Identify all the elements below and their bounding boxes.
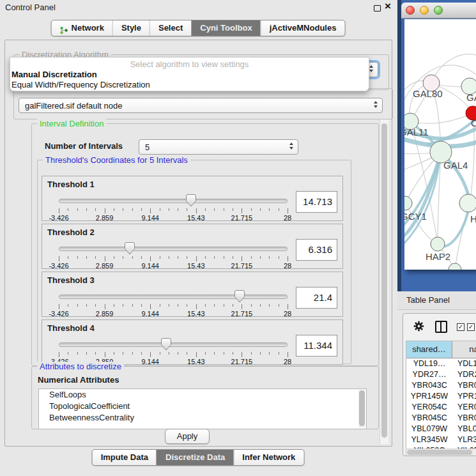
- network-node[interactable]: [459, 194, 476, 212]
- tick-mark: [86, 208, 87, 211]
- panel-vertical-scrollbar[interactable]: [380, 119, 388, 444]
- slider-thumb[interactable]: [161, 338, 171, 351]
- checkbox-icon[interactable]: ✓: [457, 323, 464, 331]
- network-node[interactable]: [449, 263, 461, 270]
- table-horizontal-scrollbar[interactable]: [406, 449, 476, 456]
- tick-label: -3.426: [49, 262, 68, 270]
- threshold-slider[interactable]: -3.4262.8599.14415.4321.71528: [59, 194, 288, 221]
- float-window-icon[interactable]: [374, 5, 381, 12]
- tick-mark: [169, 352, 169, 355]
- tick-mark: [105, 304, 105, 309]
- bottom-tab-infer-network[interactable]: Infer Network: [233, 450, 303, 465]
- tick-mark: [233, 352, 233, 355]
- table-cell: YDR27…: [406, 369, 452, 380]
- threshold-label: Threshold 3: [47, 275, 95, 285]
- tick-mark: [251, 256, 252, 259]
- attributes-scrollbar[interactable]: [358, 390, 365, 428]
- tick-mark: [150, 256, 151, 261]
- checkbox-icon[interactable]: ✓: [467, 323, 475, 331]
- network-canvas[interactable]: GAL80GACGAL11GAL4GCY1HHAP2: [404, 19, 476, 270]
- network-edge[interactable]: [410, 113, 473, 123]
- table-row[interactable]: YBL079WYBL07: [406, 424, 476, 434]
- table-row[interactable]: YLR345WYLR34: [406, 434, 476, 445]
- threshold-panel-4: Threshold 4-3.4262.8599.14415.4321.71528…: [42, 319, 343, 365]
- table-row[interactable]: YPR145WYPR14: [406, 391, 476, 402]
- mac-minimize-button[interactable]: [420, 6, 429, 15]
- tick-mark: [123, 352, 123, 355]
- split-panel-icon[interactable]: [435, 321, 447, 333]
- bottom-tab-bar: Impute DataDiscretize DataInfer Network: [92, 449, 305, 466]
- mac-zoom-button[interactable]: [434, 6, 443, 15]
- table-header-shared[interactable]: shared…: [406, 341, 452, 358]
- threshold-value-field[interactable]: 14.713: [296, 191, 337, 213]
- tab-select[interactable]: Select: [150, 20, 191, 36]
- network-graph: GAL80GACGAL11GAL4GCY1HHAP2: [404, 19, 476, 270]
- table-panel-titlebar: Table Panel: [397, 291, 476, 310]
- tick-label: 15.43: [187, 214, 205, 222]
- tick-label: 21.715: [231, 262, 253, 270]
- slider-track: [59, 247, 288, 251]
- tick-mark: [68, 304, 68, 307]
- tab-network[interactable]: Network: [52, 20, 112, 36]
- attributes-items: SelfLoopsTopologicalCoefficientBetweenne…: [39, 389, 366, 424]
- table-data-value: galFiltered.sif default node: [25, 101, 122, 111]
- attribute-list-item[interactable]: TopologicalCoefficient: [39, 401, 366, 412]
- popup-item-equal-width-frequency-discretization[interactable]: Equal Width/Frequency Discretization: [12, 80, 370, 90]
- window-title: Control Panel: [5, 3, 56, 12]
- table-data-combo[interactable]: galFiltered.sif default node: [19, 98, 383, 113]
- tab-cyni-toolbox[interactable]: Cyni Toolbox: [191, 20, 260, 36]
- node-label: GCY1: [404, 211, 427, 222]
- network-window-titlebar[interactable]: [401, 3, 476, 19]
- tab-style[interactable]: Style: [112, 20, 150, 36]
- attribute-list-item[interactable]: SelfLoops: [39, 389, 366, 401]
- attributes-list[interactable]: SelfLoopsTopologicalCoefficientBetweenne…: [38, 388, 367, 429]
- tick-label: -3.426: [49, 214, 68, 222]
- threshold-value-field[interactable]: 21.4: [296, 287, 337, 309]
- network-node[interactable]: [404, 196, 412, 210]
- tick-mark: [160, 304, 160, 307]
- threshold-slider[interactable]: -3.4262.8599.14415.4321.71528: [59, 242, 288, 269]
- tick-mark: [132, 256, 133, 259]
- tick-mark: [279, 352, 279, 355]
- threshold-value-field[interactable]: 11.344: [296, 335, 337, 357]
- tick-mark: [251, 208, 252, 211]
- tab-jactivemnodules[interactable]: jActiveMNodules: [261, 20, 345, 36]
- attribute-list-item[interactable]: BetweennessCentrality: [39, 412, 366, 424]
- gear-icon[interactable]: [413, 321, 424, 334]
- tick-mark: [242, 256, 242, 261]
- table-row[interactable]: YDL19…YDL19: [406, 358, 476, 369]
- table-cell: YLR34: [452, 434, 476, 445]
- tick-label: 2.859: [96, 310, 114, 318]
- bottom-tab-discretize-data[interactable]: Discretize Data: [157, 450, 233, 465]
- tab-label: Cyni Toolbox: [200, 20, 252, 36]
- number-of-intervals-combo[interactable]: 5: [139, 139, 298, 155]
- bottom-tab-impute-data[interactable]: Impute Data: [93, 450, 157, 465]
- table-row[interactable]: YBR045CYBR04: [406, 413, 476, 424]
- tick-mark: [214, 208, 215, 211]
- table-cell: YBL07: [452, 424, 476, 434]
- tick-mark: [196, 256, 197, 261]
- apply-button[interactable]: Apply: [165, 429, 210, 444]
- network-node[interactable]: [431, 237, 445, 251]
- tick-mark: [205, 304, 206, 307]
- tick-mark: [59, 352, 59, 357]
- table-row[interactable]: YDR27…YDR27: [406, 369, 476, 380]
- tick-mark: [224, 256, 224, 259]
- slider-thumb[interactable]: [186, 194, 196, 207]
- mac-close-button[interactable]: [406, 6, 415, 15]
- tick-mark: [178, 352, 178, 355]
- threshold-slider[interactable]: -3.4262.8599.14415.4321.71528: [59, 290, 288, 317]
- popup-item-manual-discretization[interactable]: Manual Discretization: [12, 70, 370, 80]
- threshold-value-field[interactable]: 6.316: [296, 239, 337, 261]
- table-header-na[interactable]: na: [452, 341, 476, 358]
- tab-label: Network: [72, 20, 104, 36]
- table-cell: YBR04: [452, 413, 476, 424]
- table-cell: YPR14: [452, 391, 476, 402]
- threshold-slider[interactable]: -3.4262.8599.14415.4321.71528: [59, 338, 288, 365]
- tick-mark: [105, 256, 105, 261]
- close-window-icon[interactable]: ×: [385, 0, 391, 13]
- table-row[interactable]: YER054CYER05: [406, 402, 476, 413]
- slider-thumb[interactable]: [234, 290, 245, 303]
- table-row[interactable]: YBR043CYBR04: [406, 380, 476, 391]
- slider-thumb[interactable]: [125, 242, 135, 255]
